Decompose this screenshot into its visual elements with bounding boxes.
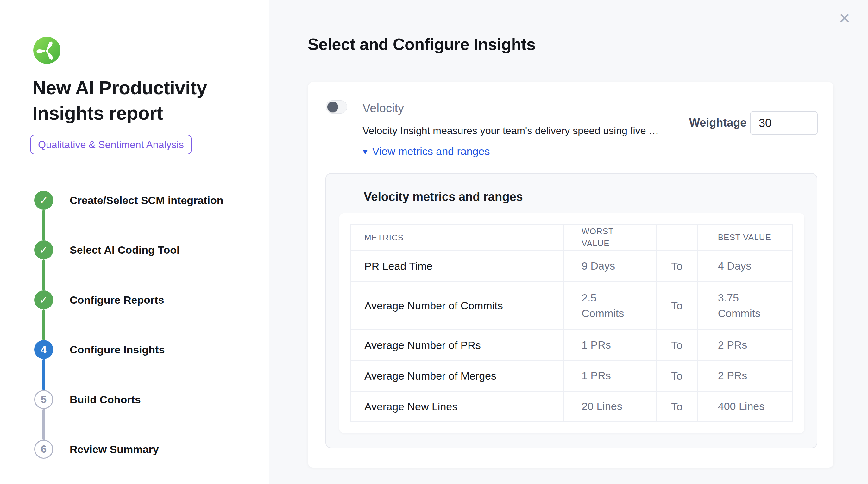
metrics-table-card: METRICS WORST VALUE BEST VALUE PR Lead T…	[339, 213, 804, 433]
table-row: PR Lead Time 9 Days To 4 Days	[351, 251, 792, 281]
to-cell: To	[656, 282, 698, 329]
to-cell: To	[656, 330, 698, 360]
table-row: Average Number of Merges 1 PRs To 2 PRs	[351, 361, 792, 391]
stepper-connector	[42, 310, 45, 341]
insight-name: Velocity	[363, 101, 404, 115]
worst-value-cell: 2.5 Commits	[564, 282, 655, 329]
sidebar-step-scm-integration[interactable]: ✓ Create/Select SCM integration	[34, 191, 223, 210]
step-label: Build Cohorts	[70, 393, 141, 406]
stepper-connector	[42, 409, 45, 440]
metric-cell: PR Lead Time	[351, 251, 563, 281]
metrics-table: METRICS WORST VALUE BEST VALUE PR Lead T…	[350, 224, 793, 422]
stepper-connector	[42, 259, 45, 291]
step-number: 5	[34, 390, 53, 409]
sidebar-step-ai-coding-tool[interactable]: ✓ Select AI Coding Tool	[34, 240, 180, 259]
step-label: Review Summary	[70, 443, 159, 455]
metrics-ranges-panel: Velocity metrics and ranges METRICS WORS…	[326, 173, 817, 448]
header-worst-value: WORST VALUE	[564, 225, 655, 250]
table-header-row: METRICS WORST VALUE BEST VALUE	[351, 225, 792, 250]
main-panel: ✕ Select and Configure Insights Velocity…	[269, 0, 868, 484]
velocity-toggle[interactable]	[326, 100, 347, 114]
sidebar-step-configure-reports[interactable]: ✓ Configure Reports	[34, 290, 164, 310]
insight-card: Velocity Velocity Insight measures your …	[308, 82, 834, 467]
step-label: Select AI Coding Tool	[70, 244, 180, 256]
step-label: Configure Reports	[70, 294, 164, 306]
header-metrics: METRICS	[351, 225, 563, 250]
worst-value-cell: 20 Lines	[564, 392, 655, 421]
table-row: Average Number of Commits 2.5 Commits To…	[351, 282, 792, 329]
to-cell: To	[656, 361, 698, 391]
worst-value-cell: 9 Days	[564, 251, 655, 281]
best-value-cell: 400 Lines	[698, 392, 792, 421]
caret-down-icon: ▼	[361, 146, 369, 157]
metric-cell: Average New Lines	[351, 392, 563, 421]
to-cell: To	[656, 251, 698, 281]
to-cell: To	[656, 392, 698, 421]
check-icon: ✓	[34, 240, 53, 259]
app-root: New AI Productivity Insights report Qual…	[0, 0, 868, 484]
header-spacer	[656, 225, 698, 250]
metric-cell: Average Number of PRs	[351, 330, 563, 360]
worst-value-cell: 1 PRs	[564, 330, 655, 360]
step-label: Create/Select SCM integration	[70, 194, 223, 206]
best-value-cell: 2 PRs	[698, 330, 792, 360]
weightage-label: Weightage	[689, 116, 746, 129]
sidebar-step-configure-insights[interactable]: 4 Configure Insights	[34, 340, 165, 359]
view-metrics-link[interactable]: ▼ View metrics and ranges	[361, 145, 490, 158]
best-value-cell: 2 PRs	[698, 361, 792, 391]
wizard-stepper: ✓ Create/Select SCM integration ✓ Select…	[0, 0, 269, 484]
step-number: 4	[34, 340, 53, 359]
step-label: Configure Insights	[70, 344, 165, 356]
page-title: Select and Configure Insights	[308, 35, 535, 54]
close-icon[interactable]: ✕	[835, 9, 854, 28]
best-value-cell: 3.75 Commits	[698, 282, 792, 329]
view-metrics-link-label: View metrics and ranges	[372, 145, 490, 158]
check-icon: ✓	[34, 191, 53, 210]
stepper-connector	[42, 210, 45, 241]
insight-description: Velocity Insight measures your team's de…	[363, 125, 659, 137]
table-row: Average Number of PRs 1 PRs To 2 PRs	[351, 330, 792, 360]
worst-value-cell: 1 PRs	[564, 361, 655, 391]
header-best-value: BEST VALUE	[698, 225, 792, 250]
best-value-cell: 4 Days	[698, 251, 792, 281]
table-row: Average New Lines 20 Lines To 400 Lines	[351, 392, 792, 421]
check-icon: ✓	[34, 290, 53, 310]
metric-cell: Average Number of Merges	[351, 361, 563, 391]
metrics-panel-title: Velocity metrics and ranges	[364, 190, 523, 204]
stepper-connector	[42, 359, 45, 390]
toggle-knob	[327, 101, 338, 112]
sidebar-step-build-cohorts[interactable]: 5 Build Cohorts	[34, 390, 141, 409]
metric-cell: Average Number of Commits	[351, 282, 563, 329]
sidebar: New AI Productivity Insights report Qual…	[0, 0, 269, 484]
weightage-input[interactable]	[750, 111, 818, 135]
step-number: 6	[34, 440, 53, 459]
sidebar-step-review-summary[interactable]: 6 Review Summary	[34, 440, 159, 459]
